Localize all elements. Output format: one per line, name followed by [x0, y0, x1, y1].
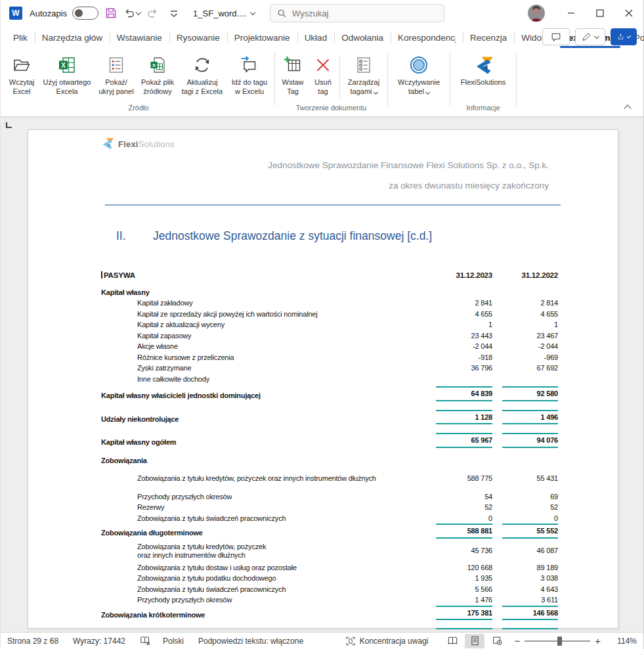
- table-row: Zobowiązania krótkoterminowe175 381146 5…: [101, 606, 558, 621]
- tab-rysowanie[interactable]: Rysowanie: [169, 26, 227, 49]
- tab-wstawianie[interactable]: Wstawianie: [110, 26, 169, 49]
- search-placeholder: Wyszukaj: [292, 9, 329, 18]
- value-2023: 2 841: [436, 298, 492, 309]
- close-button[interactable]: [614, 0, 643, 26]
- value-2022: 31.12.2022: [502, 270, 558, 281]
- text-predictions-status[interactable]: Podpowiedzi tekstu: włączone: [198, 637, 303, 646]
- tab-odwołania[interactable]: Odwołania: [334, 26, 391, 49]
- tab-recenzja[interactable]: Recenzja: [463, 26, 514, 49]
- quick-access-toolbar-button[interactable]: [165, 5, 182, 22]
- value-2022: 146 568: [502, 606, 558, 621]
- tab-plik[interactable]: Plik: [6, 26, 35, 49]
- save-button[interactable]: [102, 5, 119, 22]
- dropdown-chevron-icon: [425, 89, 430, 94]
- group-separator: [387, 53, 388, 106]
- table-row: Kapitał ze sprzedaży akcji powyżej ich w…: [101, 309, 558, 320]
- zoom-slider[interactable]: [525, 640, 590, 642]
- minimize-button[interactable]: [557, 0, 586, 26]
- pokaz-ukryj-panel-button[interactable]: Pokaż/ukryj panel: [95, 52, 137, 96]
- value-2023: 5 566: [436, 584, 492, 595]
- table-row: Zobowiązania: [101, 455, 558, 466]
- zoom-level[interactable]: 114%: [612, 637, 637, 646]
- row-label: Inne całkowite dochody: [101, 374, 436, 385]
- web-layout-button[interactable]: [487, 634, 507, 648]
- text-cursor: [101, 271, 102, 279]
- word-count[interactable]: Wyrazy: 17442: [73, 637, 125, 646]
- zoom-in-button[interactable]: +: [590, 635, 605, 646]
- editing-mode-button[interactable]: [575, 28, 605, 45]
- table-row: Zobowiązania z tytułu kredytów, pożyczek…: [101, 473, 558, 484]
- value-2022: 0: [502, 513, 558, 524]
- ribbon-group-tworzenie-dokumentu: WstawTagUsuńtagZarządzajtagamiTworzenie …: [277, 50, 385, 116]
- value-2023: 45 736: [436, 545, 492, 556]
- ribbon-buttons: FlexiSolutions: [452, 50, 514, 102]
- language-selector[interactable]: Polski: [163, 637, 184, 646]
- focus-mode-button[interactable]: Koncentracja uwagi: [345, 636, 429, 646]
- zoom-slider-thumb[interactable]: [557, 637, 562, 646]
- account-avatar[interactable]: [528, 5, 545, 22]
- goto-tag-icon: [240, 54, 259, 76]
- proofing-errors-button[interactable]: [140, 636, 151, 646]
- ribbon-groups: WczytajExcelXUżyj otwartegoExcelaPokaż/u…: [5, 50, 519, 116]
- collapse-ribbon-button[interactable]: [624, 104, 631, 112]
- wczytywanie-tabel-button[interactable]: Wczytywanietabel: [390, 52, 448, 96]
- value-2022: -2 044: [502, 341, 558, 352]
- zoom-out-button[interactable]: −: [509, 635, 525, 646]
- document-title[interactable]: 1_SF_word....: [193, 9, 255, 18]
- excel-icon: X: [58, 54, 76, 76]
- share-button[interactable]: [611, 28, 637, 45]
- group-label: Tworzenie dokumentu: [277, 102, 385, 114]
- status-bar: Strona 29 z 68 Wyrazy: 17442 Polski Podp…: [1, 632, 643, 649]
- editing-mode-chevron[interactable]: [594, 33, 599, 38]
- group-label: Informacje: [452, 102, 514, 114]
- value-2023: 54: [436, 491, 492, 503]
- refresh-icon: [193, 54, 211, 76]
- idz-do-tagu-w-excelu-button[interactable]: Idź do taguw Excelu: [226, 52, 272, 96]
- ribbon-button-label: Pokaż/ukryj panel: [98, 78, 133, 96]
- group-inner-separator: [339, 56, 340, 98]
- aktualizuj-tagi-z-excela-button[interactable]: Aktualizujtagi z Excela: [178, 52, 226, 96]
- tab-narzędzia-główne[interactable]: Narzędzia główne: [35, 26, 110, 49]
- redo-button[interactable]: [144, 5, 161, 22]
- read-mode-button[interactable]: [442, 634, 462, 648]
- comment-icon: [551, 32, 561, 42]
- document-canvas[interactable]: FlexiSolutions Jednostkowe Sprawozdanie …: [1, 117, 643, 632]
- document-title-chevron[interactable]: [250, 9, 255, 14]
- ribbon-buttons: WczytajExcelXUżyj otwartegoExcelaPokaż/u…: [5, 50, 272, 102]
- tab-projektowanie[interactable]: Projektowanie: [227, 26, 297, 49]
- ribbon-button-label: Aktualizujtagi z Excela: [182, 78, 223, 96]
- word-app-icon[interactable]: W: [9, 7, 22, 20]
- table-row: Kapitał własny właścicieli jednostki dom…: [101, 386, 558, 401]
- maximize-button[interactable]: [586, 0, 614, 26]
- document-page[interactable]: FlexiSolutions Jednostkowe Sprawozdanie …: [28, 129, 618, 629]
- share-chevron[interactable]: [626, 34, 631, 38]
- page-count[interactable]: Strona 29 z 68: [7, 637, 58, 646]
- wczytaj-excel-button[interactable]: WczytajExcel: [5, 52, 39, 96]
- uzyj-otwartego-excela-button[interactable]: XUżyj otwartegoExcela: [39, 52, 95, 96]
- tab-korespondencja[interactable]: Korespondencja: [391, 26, 463, 49]
- row-label: Kapitał własny: [101, 287, 436, 298]
- flexisolutions-button[interactable]: FlexiSolutions: [452, 52, 514, 96]
- row-label: Przychody przyszłych okresów: [101, 594, 436, 606]
- table-row: Przychody przyszłych okresów5469: [101, 491, 558, 503]
- comments-button[interactable]: [542, 28, 570, 45]
- value-2023: 1: [436, 319, 492, 330]
- usun-tag-button[interactable]: Usuńtag: [309, 52, 337, 96]
- wstaw-tag-button[interactable]: WstawTag: [277, 52, 309, 96]
- row-label: Zobowiązania z tytułu podatku dochodoweg…: [101, 573, 436, 584]
- autosave-toggle[interactable]: [72, 7, 98, 20]
- undo-button[interactable]: [123, 5, 140, 22]
- value-2022: -969: [502, 352, 558, 363]
- zarzadzaj-tagami-button[interactable]: Zarządzajtagami: [342, 52, 385, 96]
- tab-układ[interactable]: Układ: [297, 26, 335, 49]
- pen-icon: [582, 32, 591, 42]
- print-layout-button[interactable]: [465, 634, 484, 648]
- toggle-knob: [75, 9, 83, 17]
- value-2023: -2 044: [436, 341, 492, 352]
- value-2022: 3 038: [502, 573, 558, 584]
- tab-selector-icon[interactable]: [5, 122, 12, 129]
- pokaz-plik-zrodlowy-button[interactable]: XPokaż plikźródłowy: [137, 52, 178, 96]
- value-2023: 588 881: [436, 524, 492, 539]
- search-input[interactable]: Wyszukaj: [270, 4, 444, 22]
- undo-dropdown-chevron[interactable]: [136, 9, 141, 14]
